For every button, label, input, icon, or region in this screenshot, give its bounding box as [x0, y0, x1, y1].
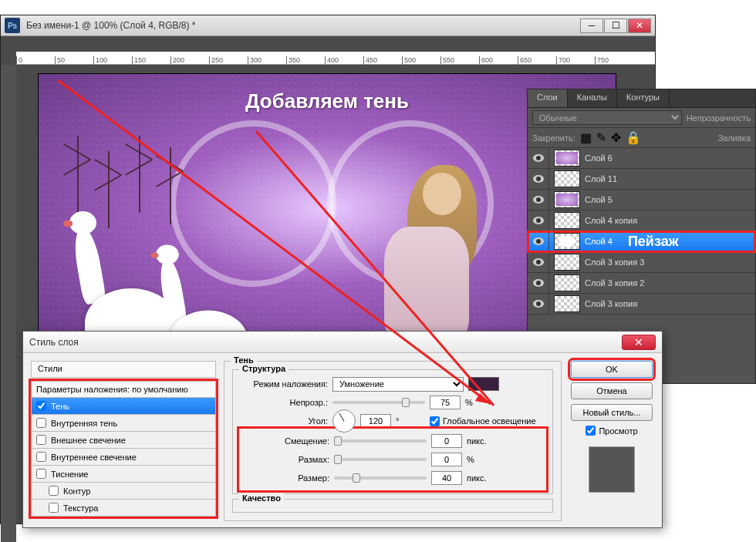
layer-thumbnail[interactable] — [554, 295, 580, 312]
global-light-checkbox[interactable]: Глобальное освещение — [430, 416, 536, 426]
visibility-toggle[interactable] — [528, 273, 549, 293]
style-label: Текстура — [63, 503, 98, 513]
close-button[interactable]: ✕ — [628, 19, 651, 33]
tab-layers[interactable]: Слои — [528, 89, 568, 107]
quality-title: Качество — [239, 493, 284, 503]
style-checkbox[interactable] — [36, 469, 46, 479]
style-item[interactable]: Внутреннее свечение — [31, 449, 216, 466]
cancel-button[interactable]: Отмена — [571, 382, 653, 399]
ok-button[interactable]: OK — [571, 361, 653, 378]
layer-thumbnail[interactable] — [554, 274, 580, 291]
offset-label: Смещение: — [242, 436, 329, 446]
lock-transparent-icon[interactable]: ▦ — [580, 130, 592, 145]
style-checkbox[interactable] — [49, 486, 59, 496]
eye-icon — [533, 196, 544, 204]
style-item[interactable]: Параметры наложения: по умолчанию — [31, 381, 216, 398]
style-label: Внешнее свечение — [51, 436, 126, 445]
minimize-button[interactable]: ─ — [580, 19, 603, 33]
visibility-toggle[interactable] — [528, 294, 549, 314]
visibility-toggle[interactable] — [528, 148, 549, 168]
swan-decoration — [156, 238, 261, 343]
layer-thumbnail[interactable] — [554, 233, 580, 250]
layer-row[interactable]: Слой 6 — [528, 148, 755, 169]
style-label: Контур — [63, 486, 90, 496]
opacity-input[interactable] — [430, 396, 461, 409]
layer-thumbnail[interactable] — [554, 254, 580, 271]
lock-label: Закрепить: — [532, 133, 575, 143]
lock-paint-icon[interactable]: ✎ — [596, 130, 606, 145]
style-checkbox[interactable] — [36, 435, 46, 445]
style-label: Параметры наложения: по умолчанию — [36, 385, 188, 394]
layer-style-dialog: Стиль слоя ✕ Стили Параметры наложения: … — [22, 331, 663, 528]
shadow-color-swatch[interactable] — [468, 377, 499, 391]
style-checkbox[interactable] — [36, 401, 46, 411]
spread-slider[interactable] — [334, 458, 427, 461]
style-item[interactable]: Текстура — [31, 500, 216, 517]
preview-checkbox[interactable]: Просмотр — [586, 426, 637, 436]
layer-row[interactable]: Слой 4 Пейзаж — [528, 231, 755, 252]
layer-row[interactable]: Слой 4 копия — [528, 210, 755, 231]
layer-thumbnail[interactable] — [554, 212, 580, 229]
eye-icon — [533, 175, 544, 183]
style-item[interactable]: Тень — [31, 398, 216, 415]
opacity-label: Непрозр.: — [241, 398, 328, 407]
layer-thumbnail[interactable] — [554, 150, 580, 167]
visibility-toggle[interactable] — [528, 210, 549, 231]
tutorial-title: Добавляем тень — [245, 89, 409, 113]
layer-thumbnail[interactable] — [554, 191, 580, 208]
window-titlebar: Ps Без имени-1 @ 100% (Слой 4, RGB/8) * … — [1, 15, 655, 36]
visibility-toggle[interactable] — [528, 231, 549, 251]
spread-label: Размах: — [242, 455, 329, 464]
style-item[interactable]: Внешнее свечение — [31, 432, 216, 449]
size-slider[interactable] — [334, 476, 427, 480]
preview-swatch — [589, 446, 635, 493]
lock-all-icon[interactable]: 🔒 — [626, 130, 641, 145]
eye-icon — [533, 279, 544, 287]
blend-mode-select[interactable]: Умножение — [332, 377, 464, 392]
style-item[interactable]: Тиснение — [31, 466, 216, 483]
angle-input[interactable] — [360, 414, 391, 428]
layer-name: Слой 4 копия — [585, 216, 637, 225]
blend-mode-select[interactable]: Обычные — [532, 110, 682, 125]
layer-name: Слой 11 — [585, 174, 617, 183]
tab-paths[interactable]: Контуры — [617, 89, 670, 107]
visibility-toggle[interactable] — [528, 190, 549, 210]
size-input[interactable] — [431, 471, 462, 485]
style-checkbox[interactable] — [49, 503, 59, 513]
visibility-toggle[interactable] — [528, 252, 549, 272]
size-label: Размер: — [242, 473, 329, 483]
layer-name: Слой 4 — [585, 237, 613, 246]
new-style-button[interactable]: Новый стиль... — [571, 404, 653, 421]
style-label: Внутреннее свечение — [51, 453, 137, 462]
tools-toolbar[interactable] — [1, 65, 16, 542]
layer-thumbnail[interactable] — [554, 170, 580, 187]
style-checkbox[interactable] — [36, 418, 46, 428]
offset-slider[interactable] — [334, 439, 427, 443]
lock-move-icon[interactable]: ✥ — [611, 130, 621, 145]
layer-row[interactable]: Слой 3 копия 2 — [528, 273, 755, 294]
layer-name: Слой 3 копия 3 — [585, 258, 644, 267]
eye-icon — [533, 217, 544, 224]
fill-label: Заливка — [718, 133, 751, 143]
layer-row[interactable]: Слой 5 — [528, 190, 755, 210]
layer-annotation: Пейзаж — [628, 234, 679, 250]
maximize-button[interactable]: ☐ — [604, 19, 627, 33]
style-checkbox[interactable] — [36, 452, 46, 462]
angle-dial[interactable] — [332, 409, 356, 433]
dialog-titlebar[interactable]: Стиль слоя ✕ — [23, 332, 662, 353]
style-item[interactable]: Внутренняя тень — [31, 415, 216, 432]
spread-input[interactable] — [431, 453, 462, 466]
layer-name: Слой 6 — [585, 153, 613, 163]
tab-channels[interactable]: Каналы — [568, 89, 617, 107]
layer-row[interactable]: Слой 11 — [528, 169, 755, 190]
offset-input[interactable] — [431, 434, 462, 448]
layer-row[interactable]: Слой 3 копия — [528, 294, 755, 315]
layer-row[interactable]: Слой 3 копия 3 — [528, 252, 755, 273]
style-label: Тень — [51, 402, 69, 411]
opacity-label: Непрозрачность — [687, 113, 751, 123]
visibility-toggle[interactable] — [528, 169, 549, 189]
opacity-slider[interactable] — [332, 401, 425, 404]
blend-mode-label: Режим наложения: — [241, 379, 328, 389]
dialog-close-button[interactable]: ✕ — [622, 335, 656, 350]
style-item[interactable]: Контур — [31, 483, 216, 500]
